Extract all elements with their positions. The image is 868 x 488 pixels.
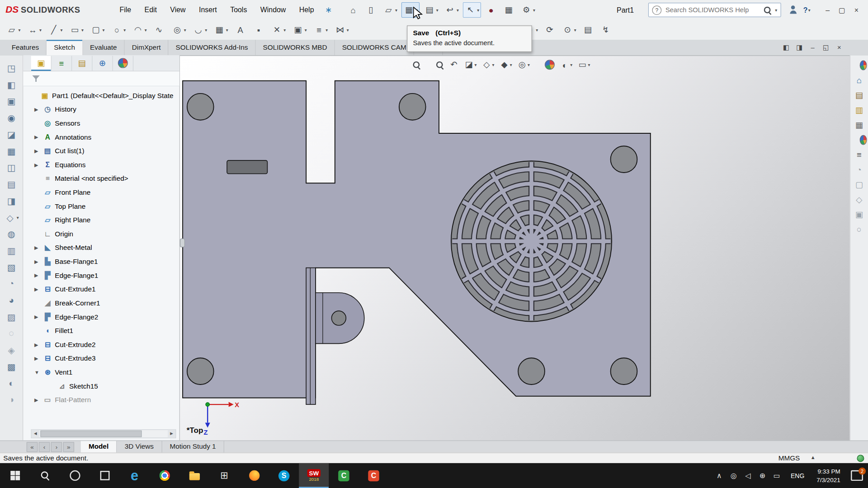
expand-arrow-icon[interactable]: ▶ xyxy=(34,162,42,167)
dropdown-caret-icon[interactable]: ▾ xyxy=(17,215,19,220)
action-center-button[interactable]: 2 xyxy=(846,463,868,488)
dropdown-caret-icon[interactable]: ▾ xyxy=(474,62,476,67)
dropdown-caret-icon[interactable]: ▾ xyxy=(347,28,349,33)
dropdown-caret-icon[interactable]: ▾ xyxy=(184,28,186,33)
left-tool-button[interactable]: ◔ ▾ xyxy=(5,276,18,292)
display-style-button[interactable]: ◆ ▾ xyxy=(498,58,513,71)
help-menu-button[interactable]: ? xyxy=(803,6,808,14)
tree-item[interactable]: ▶ ▙ Base-Flange1 xyxy=(23,254,179,268)
left-tool-button[interactable]: ◐ ▾ xyxy=(5,375,18,392)
sketch-picture-button[interactable]: ▤ ▾ xyxy=(582,22,594,38)
left-tool-button[interactable]: ◕ ▾ xyxy=(5,292,18,309)
dropdown-caret-icon[interactable]: ▾ xyxy=(205,28,207,33)
feature-tree-root[interactable]: ▣ Part1 (Default<<Default>_Display State xyxy=(23,89,179,103)
pane-left-icon[interactable]: ◧ xyxy=(779,42,793,54)
tree-item[interactable]: ▶ ◷ History xyxy=(23,103,179,117)
propertymanager-tab-icon[interactable]: ≡ xyxy=(52,56,72,70)
edge-flange-strip[interactable] xyxy=(306,268,316,404)
tree-item[interactable]: ▱ Front Plane xyxy=(23,185,179,199)
ribbon-tab[interactable]: SOLIDWORKS Add-Ins xyxy=(169,40,256,55)
tree-item[interactable]: ▶ ▛ Edge-Flange2 xyxy=(23,310,179,324)
offset-entities-button[interactable]: ≡ ▾ xyxy=(313,22,328,38)
previous-view-button[interactable]: ↶ ▾ xyxy=(448,58,460,71)
ribbon-tab[interactable]: SOLIDWORKS MBD xyxy=(256,40,335,55)
dropdown-caret-icon[interactable]: ▾ xyxy=(61,28,63,33)
dropdown-caret-icon[interactable]: ▾ xyxy=(283,28,286,33)
left-tool-button[interactable]: ▤ ▾ xyxy=(5,176,18,192)
tree-item[interactable]: ⊿ Sketch15 xyxy=(23,379,179,393)
left-tool-button[interactable]: ▦ ▾ xyxy=(5,143,18,160)
dropdown-caret-icon[interactable]: ▾ xyxy=(528,62,530,67)
tray-network-icon[interactable]: ⊕ xyxy=(755,463,770,488)
menu-item[interactable]: Window xyxy=(254,0,292,20)
left-tool-button[interactable]: ◉ ▾ xyxy=(5,109,18,126)
bottom-tab[interactable]: Model xyxy=(81,441,117,453)
left-tool-button[interactable]: ◧ ▾ xyxy=(5,76,18,93)
pane-right-icon[interactable]: ◨ xyxy=(793,42,806,54)
tree-item[interactable]: ▶ ▭ Flat-Pattern xyxy=(23,393,179,407)
left-tool-button[interactable]: ◌ ▾ xyxy=(5,325,18,342)
task-pane-tab[interactable]: ◇ xyxy=(851,192,867,207)
hide-show-items-button[interactable]: ◎ ▾ xyxy=(516,58,531,71)
graphics-viewport[interactable]: X Z ▾ ▾ xyxy=(180,55,850,441)
unit-system-caret-icon[interactable]: ▲ xyxy=(811,455,816,460)
tree-item[interactable]: ◢ Break-Corner1 xyxy=(23,296,179,310)
expand-arrow-icon[interactable]: ▶ xyxy=(34,397,42,403)
ribbon-tab[interactable]: DimXpert xyxy=(125,40,169,55)
tree-item[interactable]: ▶ ◣ Sheet-Metal xyxy=(23,241,179,255)
tray-volume-icon[interactable]: ◁ xyxy=(741,463,755,488)
dropdown-caret-icon[interactable]: ▾ xyxy=(436,8,439,13)
dropdown-caret-icon[interactable]: ▾ xyxy=(536,28,538,33)
tree-item[interactable]: ▶ Σ Equations xyxy=(23,158,179,172)
task-pane-tab[interactable]: ≡ xyxy=(851,147,867,162)
scroll-right-icon[interactable]: ▶ xyxy=(168,430,175,437)
tray-chevron-icon[interactable]: ∧ xyxy=(712,463,726,488)
doc-close-icon[interactable]: × xyxy=(833,42,846,54)
apply-scene-button[interactable]: ◐ ▾ xyxy=(559,58,574,71)
dropdown-caret-icon[interactable]: ▾ xyxy=(39,28,42,33)
dropdown-caret-icon[interactable]: ▾ xyxy=(123,28,126,33)
text-button[interactable]: A ▾ xyxy=(234,22,246,38)
chrome-button[interactable] xyxy=(150,463,179,488)
store-button[interactable]: ⊞ xyxy=(209,463,239,488)
dropdown-caret-icon[interactable]: ▾ xyxy=(103,28,105,33)
left-tool-button[interactable]: ▧ ▾ xyxy=(5,259,18,276)
tree-item[interactable]: ▼ ⊛ Vent1 xyxy=(23,365,179,379)
vent-feature[interactable] xyxy=(451,161,612,321)
sketch-fillet-button[interactable]: ◡ ▾ xyxy=(192,22,207,38)
dropdown-caret-icon[interactable]: ▾ xyxy=(477,8,479,13)
tab-hole[interactable] xyxy=(331,311,346,325)
configurationmanager-tab-icon[interactable]: ▤ xyxy=(72,56,92,70)
left-tool-button[interactable]: ◪ ▾ xyxy=(5,126,18,143)
dropdown-caret-icon[interactable]: ▾ xyxy=(570,62,572,67)
properties-button[interactable]: ▦ ▾ xyxy=(501,2,516,18)
unit-system[interactable]: MMGS xyxy=(778,454,800,462)
expand-arrow-icon[interactable]: ▶ xyxy=(34,272,42,278)
corner-rectangle-button[interactable]: ▭ ▾ xyxy=(69,22,84,38)
login-avatar-icon[interactable] xyxy=(789,5,798,14)
section-view-button[interactable]: ◪ ▾ xyxy=(463,58,478,71)
sketch-button[interactable]: ▱ ▾ xyxy=(5,22,20,38)
task-pane-tab[interactable]: ○ xyxy=(851,222,867,237)
expand-arrow-icon[interactable]: ▶ xyxy=(34,148,42,154)
dropdown-caret-icon[interactable]: ▾ xyxy=(18,28,20,33)
edge-button[interactable]: e xyxy=(119,463,149,488)
file-explorer-button[interactable] xyxy=(179,463,209,488)
point-button[interactable]: ▪ ▾ xyxy=(253,22,265,38)
dropdown-caret-icon[interactable]: ▾ xyxy=(533,8,535,13)
displaymanager-tab-icon[interactable] xyxy=(113,56,133,70)
camtasia-button[interactable]: C xyxy=(329,463,359,488)
scroll-left-icon[interactable]: ◀ xyxy=(32,430,39,437)
tree-item[interactable]: ◖ Fillet1 xyxy=(23,324,179,338)
solidworks-taskbar-button[interactable]: SW 2018 xyxy=(299,463,329,488)
task-pane-tab[interactable]: ▥ xyxy=(851,103,867,117)
ribbon-tab[interactable]: SOLIDWORKS CAM xyxy=(335,40,414,55)
task-pane-tab[interactable]: ▦ xyxy=(851,117,867,132)
doc-minimize-icon[interactable]: – xyxy=(806,42,819,54)
left-tool-button[interactable]: ▣ ▾ xyxy=(5,93,18,110)
tree-item[interactable]: ▶ ⊟ Cut-Extrude1 xyxy=(23,282,179,296)
tree-item[interactable]: ≡ Material <not specified> xyxy=(23,172,179,186)
ribbon-tab[interactable]: Sketch xyxy=(47,40,83,55)
skype-button[interactable]: S xyxy=(269,463,299,488)
expand-arrow-icon[interactable]: ▶ xyxy=(34,286,42,292)
